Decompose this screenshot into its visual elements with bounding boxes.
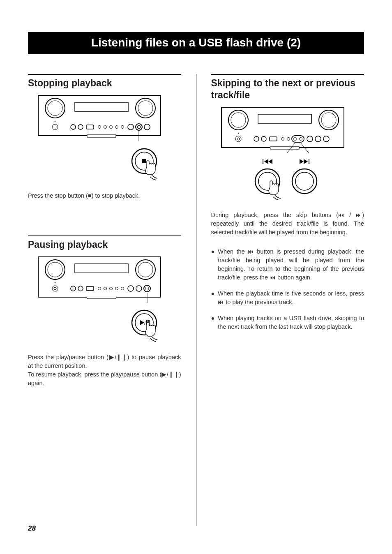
bullet-text: When playing tracks on a USB flash drive… <box>218 314 364 331</box>
svg-point-12 <box>98 125 101 128</box>
svg-point-65 <box>254 136 259 141</box>
bullet-icon: ● <box>211 289 215 307</box>
svg-point-85 <box>295 172 314 190</box>
list-item: ● When the playback time is five seconds… <box>211 289 364 307</box>
svg-point-61 <box>321 113 336 127</box>
svg-point-1 <box>45 98 65 118</box>
heading-skipping: Skipping to the next or previous track/f… <box>211 77 364 101</box>
text: When the playback time is five seconds o… <box>218 290 364 297</box>
svg-rect-81 <box>309 159 309 164</box>
svg-point-18 <box>136 124 142 130</box>
svg-point-47 <box>145 287 149 290</box>
pause-glyph-inline: ❙❙ <box>116 354 127 360</box>
text: button again. <box>276 274 312 281</box>
amplifier-illustration <box>38 256 161 304</box>
svg-point-45 <box>136 286 142 291</box>
text: To resume playback, press the play/pause… <box>28 371 161 378</box>
svg-point-66 <box>261 136 266 141</box>
svg-text:/: / <box>144 321 145 325</box>
svg-point-16 <box>121 125 124 128</box>
text: / <box>344 212 356 218</box>
svg-point-72 <box>299 137 302 140</box>
pause-glyph-inline: ❙❙ <box>168 371 179 378</box>
svg-point-7 <box>54 126 56 128</box>
svg-rect-67 <box>270 137 277 141</box>
svg-line-79 <box>301 143 309 153</box>
amplifier-illustration <box>38 95 161 142</box>
svg-point-40 <box>104 287 107 290</box>
svg-point-17 <box>128 124 134 130</box>
section-rule <box>211 74 364 75</box>
text: Press the stop button ( <box>28 192 88 199</box>
svg-point-34 <box>54 287 56 290</box>
svg-point-46 <box>144 285 150 292</box>
svg-point-71 <box>293 137 296 140</box>
svg-point-4 <box>136 98 155 118</box>
right-column: Skipping to the next or previous track/f… <box>211 74 364 526</box>
svg-point-60 <box>319 110 339 130</box>
svg-rect-26 <box>142 159 146 163</box>
svg-point-31 <box>136 260 155 279</box>
svg-rect-30 <box>75 264 128 273</box>
play-glyph-inline: ▶ <box>161 371 166 378</box>
svg-point-74 <box>315 136 321 142</box>
svg-point-36 <box>71 286 76 291</box>
svg-point-42 <box>115 287 118 290</box>
svg-point-14 <box>110 125 113 128</box>
text: During playback, press the skip buttons … <box>211 212 339 218</box>
stop-button-closeup <box>28 147 181 182</box>
svg-point-73 <box>307 136 313 142</box>
skip-buttons-closeup <box>211 159 364 202</box>
svg-point-68 <box>281 137 284 140</box>
column-divider <box>196 74 196 526</box>
svg-point-2 <box>48 101 62 115</box>
svg-point-20 <box>144 124 150 130</box>
svg-point-41 <box>110 287 113 290</box>
svg-point-32 <box>138 262 153 277</box>
bullet-icon: ● <box>211 314 215 331</box>
text: When the <box>218 248 248 255</box>
heading-pausing-playback: Pausing playback <box>28 239 181 251</box>
two-column-layout: Stopping playback <box>28 74 364 526</box>
skip-intro: During playback, press the skip buttons … <box>211 211 364 237</box>
svg-point-44 <box>128 286 134 291</box>
prev-glyph-inline: ⏮ <box>218 299 224 305</box>
svg-point-39 <box>98 287 101 290</box>
stop-instruction: Press the stop button (■) to stop playba… <box>28 192 181 200</box>
svg-point-69 <box>287 137 290 140</box>
pause-instruction-2: To resume playback, press the play/pause… <box>28 370 181 388</box>
bullet-text: When the playback time is five seconds o… <box>218 289 364 307</box>
svg-point-37 <box>78 286 83 291</box>
skip-bullet-list: ● When the ⏮ button is pressed during pl… <box>211 247 364 331</box>
svg-point-75 <box>323 136 329 142</box>
svg-point-62 <box>235 136 241 142</box>
page-number: 28 <box>28 524 36 533</box>
svg-rect-11 <box>86 125 94 129</box>
svg-point-19 <box>137 125 141 129</box>
playpause-button-closeup: / <box>28 309 181 344</box>
svg-point-5 <box>138 101 153 115</box>
text: to play the previous track. <box>224 299 293 305</box>
svg-point-57 <box>228 110 248 130</box>
svg-point-6 <box>52 124 58 130</box>
text: ) to stop playback. <box>92 192 140 199</box>
svg-point-35 <box>55 282 55 283</box>
next-glyph-inline: ⏭ <box>356 212 362 218</box>
device-diagram-skip <box>221 107 364 154</box>
svg-point-29 <box>48 262 62 277</box>
device-diagram-pause <box>38 256 181 304</box>
svg-point-9 <box>71 125 76 129</box>
svg-point-58 <box>231 113 246 127</box>
prev-glyph-inline: ⏮ <box>248 248 254 255</box>
list-item: ● When the ⏮ button is pressed during pl… <box>211 247 364 282</box>
play-pause-button-icon: / <box>130 309 164 342</box>
skip-buttons-icon <box>240 159 335 200</box>
svg-point-8 <box>55 121 55 122</box>
svg-point-10 <box>78 125 83 129</box>
page-title: Listening files on a USB flash drive (2) <box>91 36 301 49</box>
stop-button-icon <box>130 147 164 181</box>
svg-point-15 <box>115 125 118 128</box>
svg-point-33 <box>52 286 58 291</box>
stop-glyph-inline: ■ <box>88 192 92 199</box>
play-glyph-inline: ▶ <box>108 354 115 360</box>
